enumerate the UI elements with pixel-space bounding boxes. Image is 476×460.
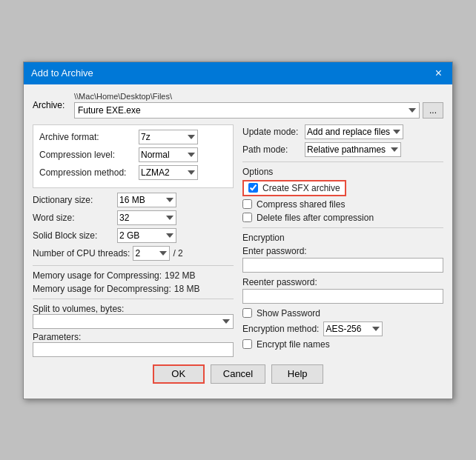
memory-comp-label: Memory usage for Compressing: — [33, 270, 162, 281]
create-sfx-label: Create SFX archive — [262, 183, 340, 193]
path-mode-row: Path mode: Relative pathnames — [242, 142, 443, 157]
format-row: Archive format: 7z — [39, 130, 227, 144]
options-section: Options Create SFX archive Compress shar… — [242, 167, 443, 223]
memory-decomp-row: Memory usage for Decompressing: 18 MB — [33, 284, 234, 294]
reenter-password-section: Reenter password: — [242, 277, 443, 304]
archive-label: Archive: — [33, 100, 70, 110]
dictionary-select[interactable]: 16 MB — [117, 193, 176, 207]
memory-decomp-value: 18 MB — [174, 284, 211, 294]
add-to-archive-dialog: Add to Archive × Archive: \\Mac\Home\Des… — [23, 61, 453, 399]
left-column: Archive format: 7z Compression level: No… — [33, 124, 234, 359]
encrypt-filenames-label: Encrypt file names — [257, 339, 330, 350]
show-password-label: Show Password — [257, 308, 320, 319]
archive-row: Archive: \\Mac\Home\Desktop\Files\ Futur… — [33, 92, 443, 119]
format-section: Archive format: 7z Compression level: No… — [33, 124, 234, 188]
enter-password-section: Enter password: — [242, 246, 443, 273]
compression-method-select[interactable]: LZMA2 — [139, 165, 198, 180]
compression-method-row: Compression method: LZMA2 — [39, 165, 227, 180]
compression-level-row: Compression level: Normal — [39, 147, 227, 162]
update-mode-label: Update mode: — [242, 127, 302, 137]
delete-after-checkbox[interactable] — [242, 213, 252, 222]
enc-method-label: Encryption method: — [242, 324, 319, 334]
split-section: Split to volumes, bytes: — [33, 304, 234, 329]
compress-shared-row: Compress shared files — [242, 199, 443, 210]
enter-password-label: Enter password: — [242, 246, 443, 256]
format-label: Archive format: — [39, 132, 136, 142]
split-label: Split to volumes, bytes: — [33, 304, 124, 314]
path-mode-select[interactable]: Relative pathnames — [305, 142, 401, 157]
cancel-button[interactable]: Cancel — [211, 364, 265, 384]
cpu-max-label: / 2 — [173, 248, 210, 259]
format-select[interactable]: 7z — [139, 130, 198, 144]
show-password-checkbox[interactable] — [242, 308, 252, 318]
encryption-title: Encryption — [242, 233, 443, 243]
encrypt-filenames-row: Encrypt file names — [242, 339, 443, 350]
path-mode-label: Path mode: — [242, 144, 302, 155]
word-size-select[interactable]: 32 — [117, 210, 176, 225]
cpu-threads-select[interactable]: 2 — [133, 246, 170, 261]
reenter-password-input[interactable] — [242, 289, 443, 304]
encrypt-filenames-checkbox[interactable] — [242, 339, 252, 349]
compression-level-label: Compression level: — [39, 150, 136, 160]
parameters-input[interactable] — [33, 342, 234, 357]
split-select[interactable] — [33, 314, 234, 329]
solid-block-label: Solid Block size: — [33, 230, 114, 241]
title-bar: Add to Archive × — [24, 62, 452, 84]
enc-method-row: Encryption method: AES-256 — [242, 321, 443, 336]
dictionary-row: Dictionary size: 16 MB — [33, 193, 234, 207]
dialog-body: Archive: \\Mac\Home\Desktop\Files\ Futur… — [24, 84, 452, 399]
cpu-threads-row: Number of CPU threads: 2 / 2 — [33, 246, 234, 261]
archive-input-row: Future EXE.exe ... — [74, 102, 443, 119]
reenter-password-label: Reenter password: — [242, 277, 443, 287]
help-button[interactable]: Help — [271, 364, 323, 384]
update-mode-select[interactable]: Add and replace files — [305, 124, 403, 139]
create-sfx-checkbox[interactable] — [248, 183, 258, 193]
word-size-label: Word size: — [33, 213, 114, 223]
parameters-label: Parameters: — [33, 332, 81, 342]
dialog-title: Add to Archive — [31, 67, 93, 79]
memory-comp-row: Memory usage for Compressing: 192 MB — [33, 270, 234, 281]
compression-method-label: Compression method: — [39, 167, 136, 178]
delete-after-label: Delete files after compression — [257, 213, 374, 223]
cpu-threads-label: Number of CPU threads: — [33, 248, 130, 259]
two-columns: Archive format: 7z Compression level: No… — [33, 124, 443, 359]
ok-button[interactable]: OK — [153, 364, 205, 384]
browse-button[interactable]: ... — [423, 102, 443, 119]
archive-path-group: \\Mac\Home\Desktop\Files\ Future EXE.exe… — [74, 92, 443, 119]
show-password-row: Show Password — [242, 308, 443, 319]
compress-shared-label: Compress shared files — [257, 199, 345, 210]
close-button[interactable]: × — [432, 67, 445, 80]
memory-decomp-label: Memory usage for Decompressing: — [33, 284, 171, 294]
button-row: OK Cancel Help — [33, 359, 443, 391]
enc-method-select[interactable]: AES-256 — [323, 321, 383, 336]
delete-after-row: Delete files after compression — [242, 213, 443, 223]
archive-path: \\Mac\Home\Desktop\Files\ — [74, 92, 443, 101]
right-column: Update mode: Add and replace files Path … — [242, 124, 443, 359]
parameters-section: Parameters: — [33, 332, 234, 357]
compression-level-select[interactable]: Normal — [139, 147, 198, 162]
encryption-section: Encryption Enter password: Reenter passw… — [242, 233, 443, 350]
create-sfx-row: Create SFX archive — [248, 183, 340, 193]
create-sfx-highlight: Create SFX archive — [242, 180, 346, 196]
dictionary-label: Dictionary size: — [33, 195, 114, 205]
solid-block-row: Solid Block size: 2 GB — [33, 228, 234, 243]
options-title: Options — [242, 167, 443, 177]
compress-shared-checkbox[interactable] — [242, 199, 252, 209]
update-mode-row: Update mode: Add and replace files — [242, 124, 443, 139]
archive-filename-select[interactable]: Future EXE.exe — [74, 102, 420, 119]
enter-password-input[interactable] — [242, 258, 443, 273]
solid-block-select[interactable]: 2 GB — [117, 228, 176, 243]
word-size-row: Word size: 32 — [33, 210, 234, 225]
memory-comp-value: 192 MB — [165, 270, 202, 281]
